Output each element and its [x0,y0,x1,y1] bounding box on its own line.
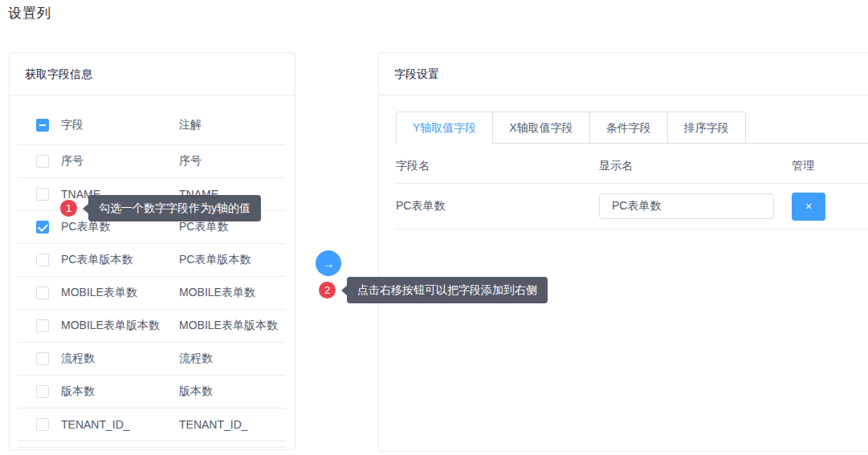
tooltip-caret-left-icon [336,286,347,295]
row-field-comment: PC表单版本数 [179,253,285,267]
tab-y-axis-field[interactable]: Y轴取值字段 [396,112,492,144]
tab-condition-field[interactable]: 条件字段 [589,112,667,144]
display-name-input[interactable] [599,193,774,219]
column-header-field-name: 字段名 [396,159,599,173]
guide-step-2: 2 点击右移按钮可以把字段添加到右侧 [319,277,548,303]
page-title: 设置列 [8,4,51,22]
tab-sort-field[interactable]: 排序字段 [667,112,746,144]
tooltip-caret-left-icon [78,204,88,213]
row-field-name: MOBILE表单数 [61,286,179,300]
selected-field-row: PC表单数 × [396,184,868,230]
table-row: 流程数 流程数 [18,343,285,376]
row-field-name: 序号 [61,154,179,169]
row-field-comment: TENANT_ID_ [179,418,285,431]
tab-x-axis-field[interactable]: X轴取值字段 [492,112,589,144]
field-table-header: 字段 注解 [18,105,285,145]
arrow-right-icon: → [323,257,335,270]
row-field-comment: 流程数 [179,351,285,366]
row-checkbox[interactable] [36,286,49,299]
table-row: MOBILE表单版本数 MOBILE表单版本数 [18,310,285,343]
table-row: 版本数 版本数 [18,376,285,408]
row-checkbox[interactable] [36,188,49,201]
clipped-table-row [18,441,285,448]
select-all-checkbox[interactable] [36,119,49,132]
move-right-button[interactable]: → [316,250,341,276]
remove-field-button[interactable]: × [792,193,825,221]
row-checkbox[interactable] [36,155,49,168]
row-field-name: PC表单数 [61,220,179,234]
tab-bar: Y轴取值字段X轴取值字段条件字段排序字段 [396,112,868,144]
row-field-name: 流程数 [61,351,179,366]
row-checkbox[interactable] [36,319,49,332]
row-checkbox[interactable] [36,418,49,431]
row-checkbox[interactable] [36,254,49,266]
table-row: PC表单版本数 PC表单版本数 [18,244,285,277]
step-1-tooltip: 勾选一个数字字段作为y轴的值 [88,195,261,221]
row-checkbox[interactable] [36,221,49,234]
row-checkbox[interactable] [36,352,49,365]
column-header-manage: 管理 [792,159,814,173]
selected-table-header: 字段名 显示名 管理 [396,148,868,184]
row-field-comment: 序号 [179,154,285,169]
close-icon: × [805,200,812,213]
field-table-rows: 序号 序号 TNAME TNAME PC表单数 PC表单数 PC表单版本数 PC… [18,145,285,441]
step-2-tooltip: 点击右移按钮可以把字段添加到右侧 [347,277,548,303]
step-1-badge: 1 [60,200,77,217]
row-field-name: PC表单版本数 [61,253,179,267]
row-field-name: 版本数 [61,384,179,399]
row-checkbox[interactable] [36,385,49,398]
source-panel-title: 获取字段信息 [10,53,295,95]
column-header-display-name: 显示名 [599,159,792,173]
selected-fields-table: 字段名 显示名 管理 PC表单数 × [396,148,868,230]
column-header-comment: 注解 [179,118,285,132]
row-field-comment: 版本数 [179,384,285,399]
settings-panel-title: 字段设置 [379,53,868,95]
row-field-comment: PC表单数 [179,220,285,234]
column-header-field: 字段 [61,118,179,132]
source-fields-panel: 获取字段信息 字段 注解 序号 序号 TNAME TNAME PC表单数 PC表… [9,52,295,450]
step-2-badge: 2 [319,282,336,299]
selected-field-name: PC表单数 [396,199,599,213]
field-table: 字段 注解 序号 序号 TNAME TNAME PC表单数 PC表单数 PC表单… [18,105,285,448]
table-row: TENANT_ID_ TENANT_ID_ [18,408,285,441]
table-row: MOBILE表单数 MOBILE表单数 [18,277,285,310]
row-field-name: MOBILE表单版本数 [61,319,179,333]
row-field-name: TENANT_ID_ [61,418,179,431]
row-field-comment: MOBILE表单版本数 [179,319,285,333]
table-row: 序号 序号 [18,145,285,178]
field-settings-panel: 字段设置 Y轴取值字段X轴取值字段条件字段排序字段 字段名 显示名 管理 PC表… [378,52,868,452]
row-field-comment: MOBILE表单数 [179,286,285,300]
guide-step-1: 1 勾选一个数字字段作为y轴的值 [60,195,261,221]
